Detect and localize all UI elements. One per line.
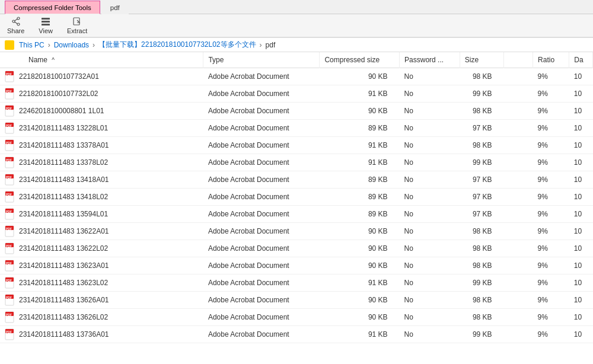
file-type: Adobe Acrobat Document (203, 120, 320, 137)
col-name[interactable]: Name ^ (0, 52, 203, 68)
file-type: Adobe Acrobat Document (203, 223, 320, 240)
password: No (400, 240, 460, 257)
file-size: 98 KB (460, 68, 503, 85)
pdf-icon: PDF (5, 191, 15, 203)
size-bar (504, 292, 533, 309)
password: No (400, 223, 460, 240)
table-row[interactable]: PDF 23142018111483 13622L02 Adobe Acroba… (0, 240, 593, 257)
password: No (400, 343, 460, 346)
size-bar (504, 171, 533, 189)
file-type: Adobe Acrobat Document (203, 240, 320, 257)
file-name: 23142018111483 13418A01 (19, 175, 109, 184)
ratio: 9% (533, 171, 569, 189)
file-name-cell: PDF 23142018111483 13418A01 (0, 171, 203, 189)
ratio: 9% (533, 274, 569, 292)
breadcrumb-folder[interactable]: 【批量下载】22182018100107732L02等多个文件 (98, 40, 256, 50)
col-compressed[interactable]: Compressed size (320, 52, 400, 68)
file-name: 23142018111483 13622A01 (19, 227, 109, 235)
password: No (400, 154, 460, 171)
extract-button[interactable]: Extract (67, 17, 87, 34)
compressed-size: 91 KB (320, 85, 400, 103)
extract-icon (72, 17, 82, 26)
tab-compressed-folder-tools[interactable]: Compressed Folder Tools (5, 1, 100, 14)
compressed-size: 91 KB (320, 137, 400, 154)
col-da[interactable]: Da (569, 52, 593, 68)
ratio: 9% (533, 240, 569, 257)
ratio: 9% (533, 326, 569, 343)
table-row[interactable]: PDF 23142018111483 13623L02 Adobe Acroba… (0, 274, 593, 292)
file-size: 98 KB (460, 240, 503, 257)
svg-text:PDF: PDF (6, 313, 12, 317)
share-button[interactable]: Share (7, 17, 24, 34)
file-size: 98 KB (460, 137, 503, 154)
svg-line-3 (15, 19, 17, 21)
file-size: 98 KB (460, 309, 503, 326)
svg-point-2 (12, 20, 15, 23)
file-name-cell: PDF 23142018111483 13623L02 (0, 274, 203, 292)
col-size[interactable]: Size (460, 52, 503, 68)
file-size: 98 KB (460, 257, 503, 274)
size-bar (504, 189, 533, 206)
toolbar: Share View Extract (0, 14, 593, 37)
col-password[interactable]: Password ... (400, 52, 460, 68)
file-size: 97 KB (460, 120, 503, 137)
table-row[interactable]: PDF 23142018111483 13378L02 Adobe Acroba… (0, 154, 593, 171)
table-row[interactable]: PDF 22182018100107732A01 Adobe Acrobat D… (0, 68, 593, 85)
table-row[interactable]: PDF 23142018111483 13228L01 Adobe Acroba… (0, 120, 593, 137)
file-name: 23142018111483 13623A01 (19, 261, 109, 270)
table-row[interactable]: PDF 22182018100107732L02 Adobe Acrobat D… (0, 85, 593, 103)
compressed-size: 91 KB (320, 326, 400, 343)
file-name-cell: PDF 23142018111483 13622A01 (0, 223, 203, 240)
file-type: Adobe Acrobat Document (203, 292, 320, 309)
pdf-icon: PDF (5, 139, 15, 151)
file-name: 23142018111483 13378A01 (19, 141, 109, 149)
ratio: 9% (533, 103, 569, 120)
password: No (400, 120, 460, 137)
file-type: Adobe Acrobat Document (203, 154, 320, 171)
file-name: 22182018100107732A01 (19, 72, 99, 81)
svg-rect-5 (42, 18, 50, 20)
table-row[interactable]: PDF 23142018111483 13736A01 Adobe Acroba… (0, 326, 593, 343)
table-row[interactable]: PDF 23142018111483 13418L02 Adobe Acroba… (0, 189, 593, 206)
size-bar (504, 309, 533, 326)
view-button[interactable]: View (39, 17, 53, 34)
file-size: 99 KB (460, 85, 503, 103)
file-name: 23142018111483 13378L02 (19, 158, 108, 167)
ribbon: Compressed Folder Tools pdf Share View (0, 0, 593, 38)
table-header: Name ^ Type Compressed size Password ...… (0, 52, 593, 68)
col-empty (504, 52, 533, 68)
table-row[interactable]: PDF 23142018111483 13736L02 Adobe Acroba… (0, 343, 593, 346)
col-type[interactable]: Type (203, 52, 320, 68)
password: No (400, 292, 460, 309)
file-name-cell: PDF 23142018111483 13594L01 (0, 206, 203, 223)
breadcrumb-thispc[interactable]: This PC (19, 41, 44, 49)
table-row[interactable]: PDF 23142018111483 13378A01 Adobe Acroba… (0, 137, 593, 154)
svg-text:PDF: PDF (6, 193, 12, 196)
file-name-cell: PDF 23142018111483 13418L02 (0, 189, 203, 206)
svg-text:PDF: PDF (6, 279, 12, 282)
compressed-size: 90 KB (320, 68, 400, 85)
svg-rect-6 (42, 21, 50, 23)
file-type: Adobe Acrobat Document (203, 137, 320, 154)
file-type: Adobe Acrobat Document (203, 309, 320, 326)
file-name: 23142018111483 13418L02 (19, 193, 108, 201)
table-row[interactable]: PDF 22462018100008801 1L01 Adobe Acrobat… (0, 103, 593, 120)
breadcrumb-downloads[interactable]: Downloads (54, 41, 89, 49)
file-list: Name ^ Type Compressed size Password ...… (0, 52, 593, 345)
file-name-cell: PDF 22462018100008801 1L01 (0, 103, 203, 120)
tab-bar: Compressed Folder Tools pdf (0, 0, 593, 14)
table-row[interactable]: PDF 23142018111483 13626L02 Adobe Acroba… (0, 309, 593, 326)
ratio: 9% (533, 223, 569, 240)
table-row[interactable]: PDF 23142018111483 13623A01 Adobe Acroba… (0, 257, 593, 274)
svg-text:PDF: PDF (6, 72, 12, 76)
col-ratio[interactable]: Ratio (533, 52, 569, 68)
table-row[interactable]: PDF 23142018111483 13418A01 Adobe Acroba… (0, 171, 593, 189)
file-type: Adobe Acrobat Document (203, 103, 320, 120)
password: No (400, 206, 460, 223)
file-type: Adobe Acrobat Document (203, 68, 320, 85)
tab-pdf[interactable]: pdf (101, 1, 129, 14)
compressed-size: 89 KB (320, 171, 400, 189)
table-row[interactable]: PDF 23142018111483 13626A01 Adobe Acroba… (0, 292, 593, 309)
table-row[interactable]: PDF 23142018111483 13594L01 Adobe Acroba… (0, 206, 593, 223)
table-row[interactable]: PDF 23142018111483 13622A01 Adobe Acroba… (0, 223, 593, 240)
